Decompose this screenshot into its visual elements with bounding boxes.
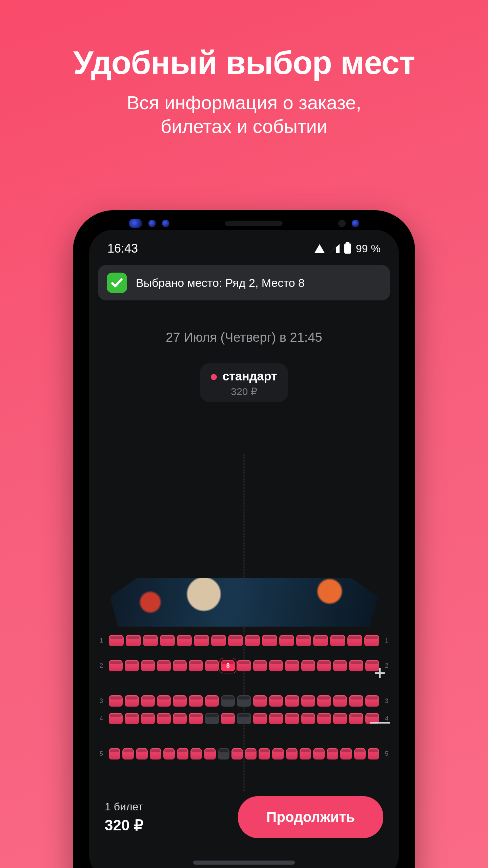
seat-available[interactable] xyxy=(205,695,219,707)
seat-available[interactable] xyxy=(125,713,139,724)
zoom-in-button[interactable]: + xyxy=(368,660,392,685)
seat-available[interactable] xyxy=(126,635,141,646)
phone-sensor-bar xyxy=(129,220,359,227)
cinema-screen-image xyxy=(110,572,378,627)
seat-available[interactable] xyxy=(262,635,277,646)
battery-icon xyxy=(344,243,351,254)
seat-available[interactable] xyxy=(269,713,283,724)
seat-available[interactable] xyxy=(349,713,363,724)
seat-available[interactable] xyxy=(245,748,257,760)
seat-available[interactable] xyxy=(285,695,299,707)
seat-available[interactable] xyxy=(269,695,283,707)
seat-available[interactable] xyxy=(228,635,243,646)
seat-available[interactable] xyxy=(272,748,284,760)
seat-group xyxy=(109,635,379,646)
seat-available[interactable] xyxy=(285,660,299,671)
seat-available[interactable] xyxy=(109,748,120,760)
seat-available[interactable] xyxy=(211,635,226,646)
seat-available[interactable] xyxy=(285,713,299,724)
tariff-chip[interactable]: стандарт 320 ₽ xyxy=(200,363,288,402)
seat-available[interactable] xyxy=(205,660,219,671)
seat-available[interactable] xyxy=(286,748,298,760)
seat-available[interactable] xyxy=(317,713,331,724)
seat-available[interactable] xyxy=(300,748,311,760)
seat-available[interactable] xyxy=(245,635,260,646)
seat-available[interactable] xyxy=(221,713,235,724)
seat-available[interactable] xyxy=(177,635,192,646)
seat-available[interactable] xyxy=(317,660,331,671)
seat-available[interactable] xyxy=(125,695,139,707)
selection-toast: Выбрано место: Ряд 2, Место 8 xyxy=(98,265,390,300)
seat-available[interactable] xyxy=(204,748,216,760)
seat-available[interactable] xyxy=(190,748,202,760)
home-indicator xyxy=(193,861,295,865)
seat-row: 11 xyxy=(98,635,390,646)
seat-available[interactable] xyxy=(279,635,294,646)
row-number: 5 xyxy=(98,750,105,757)
seat-available[interactable] xyxy=(173,713,187,724)
seat-available[interactable] xyxy=(296,635,311,646)
cinema-hall[interactable]: 11282334455 xyxy=(98,572,390,766)
continue-button[interactable]: Продолжить xyxy=(238,796,383,838)
seat-available[interactable] xyxy=(157,660,171,671)
zoom-out-button[interactable]: — xyxy=(368,709,392,733)
seat-available[interactable] xyxy=(109,695,123,707)
seat-available[interactable] xyxy=(333,695,347,707)
seat-available[interactable] xyxy=(301,695,315,707)
seat-available[interactable] xyxy=(177,748,188,760)
seat-taken xyxy=(218,748,229,760)
seat-available[interactable] xyxy=(150,748,161,760)
seat-available[interactable] xyxy=(160,635,175,646)
seat-available[interactable] xyxy=(125,660,139,671)
seat-available[interactable] xyxy=(253,713,267,724)
seat-available[interactable] xyxy=(259,748,270,760)
seat-available[interactable] xyxy=(141,713,155,724)
seat-available[interactable] xyxy=(189,660,203,671)
battery-percent: 99 % xyxy=(356,242,381,255)
seat-available[interactable] xyxy=(163,748,175,760)
seat-available[interactable] xyxy=(143,635,158,646)
seat-available[interactable] xyxy=(354,748,366,760)
seat-available[interactable] xyxy=(301,713,315,724)
seat-available[interactable] xyxy=(141,660,155,671)
seat-available[interactable] xyxy=(122,748,134,760)
seat-available[interactable] xyxy=(301,660,315,671)
seat-available[interactable] xyxy=(231,748,243,760)
wifi-icon xyxy=(314,244,325,253)
seat-available[interactable] xyxy=(237,660,251,671)
tariff-dot-icon xyxy=(211,374,217,380)
seat-available[interactable] xyxy=(109,713,123,724)
seat-available[interactable] xyxy=(253,660,267,671)
seat-available[interactable] xyxy=(141,695,155,707)
seat-available[interactable] xyxy=(349,695,363,707)
seat-available[interactable] xyxy=(364,635,379,646)
seat-available[interactable] xyxy=(349,660,363,671)
seat-available[interactable] xyxy=(313,748,325,760)
phone-frame: 16:43 99 % Выбрано место: Ряд 2, Место 8… xyxy=(73,210,415,868)
seat-available[interactable] xyxy=(136,748,147,760)
seat-available[interactable] xyxy=(333,713,347,724)
seat-available[interactable] xyxy=(109,660,123,671)
seat-available[interactable] xyxy=(347,635,362,646)
seat-available[interactable] xyxy=(330,635,345,646)
seat-available[interactable] xyxy=(327,748,338,760)
seat-available[interactable] xyxy=(313,635,328,646)
seat-available[interactable] xyxy=(173,695,187,707)
seat-available[interactable] xyxy=(333,660,347,671)
seat-available[interactable] xyxy=(340,748,352,760)
seat-available[interactable] xyxy=(269,660,283,671)
seat-available[interactable] xyxy=(109,635,124,646)
row-number: 1 xyxy=(98,637,105,644)
seat-available[interactable] xyxy=(189,713,203,724)
seat-available[interactable] xyxy=(253,695,267,707)
seat-available[interactable] xyxy=(194,635,209,646)
tariff-price: 320 ₽ xyxy=(231,386,257,397)
row-number: 1 xyxy=(383,637,390,644)
seat-available[interactable] xyxy=(368,748,379,760)
seat-available[interactable] xyxy=(157,695,171,707)
seat-available[interactable] xyxy=(317,695,331,707)
seat-available[interactable] xyxy=(189,695,203,707)
seat-selected[interactable]: 8 xyxy=(221,660,235,671)
seat-available[interactable] xyxy=(173,660,187,671)
seat-available[interactable] xyxy=(157,713,171,724)
